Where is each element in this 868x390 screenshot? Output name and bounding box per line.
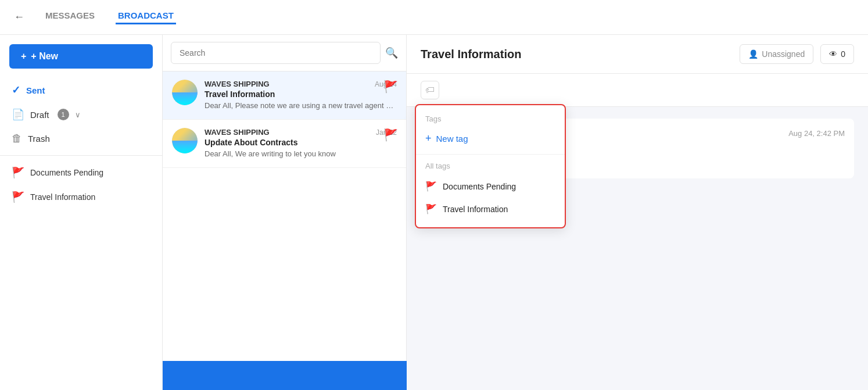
subject-2: Update About Contracts bbox=[205, 138, 397, 147]
tag-icon: 🏷 bbox=[425, 85, 435, 95]
message-content-1: WAVES SHIPPING Aug 24 Travel Information… bbox=[205, 80, 397, 111]
subject-1: Travel Information bbox=[205, 90, 397, 99]
sidebar-tag-documents[interactable]: 🚩 Documents Pending bbox=[0, 160, 162, 185]
detail-date: Aug 24, 2:42 PM bbox=[788, 129, 845, 138]
message-content-2: WAVES SHIPPING Jan 22 Update About Contr… bbox=[205, 128, 397, 159]
message-list: 🔍 WAVES SHIPPING Aug 24 Travel Informati… bbox=[163, 35, 407, 390]
unassigned-button[interactable]: 👤 Unassigned bbox=[740, 44, 813, 64]
dropdown-tag-documents[interactable]: 🚩 Documents Pending bbox=[416, 175, 565, 198]
sidebar-item-sent[interactable]: ✓ Sent bbox=[0, 78, 162, 102]
views-button[interactable]: 👁 0 bbox=[820, 44, 854, 64]
tag-button[interactable]: 🏷 bbox=[421, 81, 439, 99]
detail-panel: Travel Information 👤 Unassigned 👁 0 🏷 bbox=[407, 35, 868, 390]
sent-label: Sent bbox=[26, 85, 45, 95]
search-icon[interactable]: 🔍 bbox=[385, 46, 398, 59]
load-more-bar[interactable] bbox=[163, 361, 407, 390]
search-bar: 🔍 bbox=[163, 35, 406, 71]
detail-title: Travel Information bbox=[421, 48, 521, 61]
dropdown-flag-red-icon: 🚩 bbox=[425, 181, 437, 192]
broadcast-tab[interactable]: BROADCAST bbox=[116, 10, 176, 24]
messages-tab[interactable]: MESSAGES bbox=[43, 10, 97, 24]
back-button[interactable]: ← bbox=[14, 11, 24, 23]
dropdown-tag1-label: Documents Pending bbox=[443, 182, 516, 191]
back-icon: ← bbox=[14, 11, 24, 23]
plus-icon-tag: + bbox=[425, 133, 432, 145]
person-icon: 👤 bbox=[748, 49, 758, 59]
plus-icon: + bbox=[21, 51, 26, 62]
detail-header: Travel Information 👤 Unassigned 👁 0 bbox=[407, 35, 868, 74]
avatar-2 bbox=[172, 128, 198, 153]
sidebar-divider bbox=[0, 155, 162, 156]
dropdown-tag2-label: Travel Information bbox=[443, 205, 508, 214]
dropdown-flag-blue-icon: 🚩 bbox=[425, 203, 437, 214]
detail-actions: 👤 Unassigned 👁 0 bbox=[740, 44, 854, 64]
sidebar-tag-travel[interactable]: 🚩 Travel Information bbox=[0, 185, 162, 209]
sidebar-item-trash[interactable]: 🗑 Trash bbox=[0, 127, 162, 151]
draft-badge: 1 bbox=[58, 109, 69, 120]
trash-label: Trash bbox=[28, 134, 50, 144]
flag-blue-icon: 🚩 bbox=[12, 191, 24, 203]
preview-2: Dear All, We are writing to let you know bbox=[205, 149, 397, 159]
preview-1: Dear All, Please note we are using a new… bbox=[205, 101, 397, 111]
message-item-2[interactable]: WAVES SHIPPING Jan 22 Update About Contr… bbox=[163, 120, 406, 168]
check-icon: ✓ bbox=[12, 84, 20, 96]
draft-icon: 📄 bbox=[12, 108, 24, 121]
views-count: 0 bbox=[841, 49, 845, 59]
flag-red-icon: 🚩 bbox=[12, 166, 24, 179]
all-tags-label: All tags bbox=[416, 159, 565, 175]
tags-section-label: Tags bbox=[416, 112, 565, 128]
search-input[interactable] bbox=[171, 42, 381, 64]
tag2-label: Travel Information bbox=[30, 192, 95, 202]
new-tag-button[interactable]: + New tag bbox=[416, 128, 565, 149]
trash-icon: 🗑 bbox=[12, 133, 22, 145]
draft-label: Draft bbox=[30, 110, 49, 120]
new-button-label: + New bbox=[31, 51, 58, 62]
sender-2: WAVES SHIPPING bbox=[205, 128, 270, 137]
sidebar-item-draft[interactable]: 📄 Draft 1 ∨ bbox=[0, 102, 162, 127]
sender-1: WAVES SHIPPING bbox=[205, 80, 270, 88]
sidebar: + + New ✓ Sent 📄 Draft 1 ∨ 🗑 Trash 🚩 Doc… bbox=[0, 35, 163, 390]
eye-icon: 👁 bbox=[829, 49, 837, 59]
message-item-1[interactable]: WAVES SHIPPING Aug 24 Travel Information… bbox=[163, 71, 406, 120]
tag-dropdown: Tags + New tag All tags 🚩 Documents Pend… bbox=[415, 104, 566, 228]
tag-area: 🏷 Tags + New tag All tags 🚩 Documents Pe… bbox=[407, 74, 868, 107]
flag-1: 🚩 bbox=[383, 80, 398, 111]
new-tag-label: New tag bbox=[436, 134, 468, 144]
dropdown-divider bbox=[416, 154, 565, 155]
avatar-1 bbox=[172, 80, 198, 105]
flag-2: 🚩 bbox=[383, 128, 398, 159]
dropdown-tag-travel[interactable]: 🚩 Travel Information bbox=[416, 198, 565, 220]
unassigned-label: Unassigned bbox=[762, 49, 805, 59]
tag1-label: Documents Pending bbox=[30, 168, 103, 177]
expand-icon[interactable]: ∨ bbox=[75, 110, 81, 119]
new-button[interactable]: + + New bbox=[9, 44, 153, 69]
